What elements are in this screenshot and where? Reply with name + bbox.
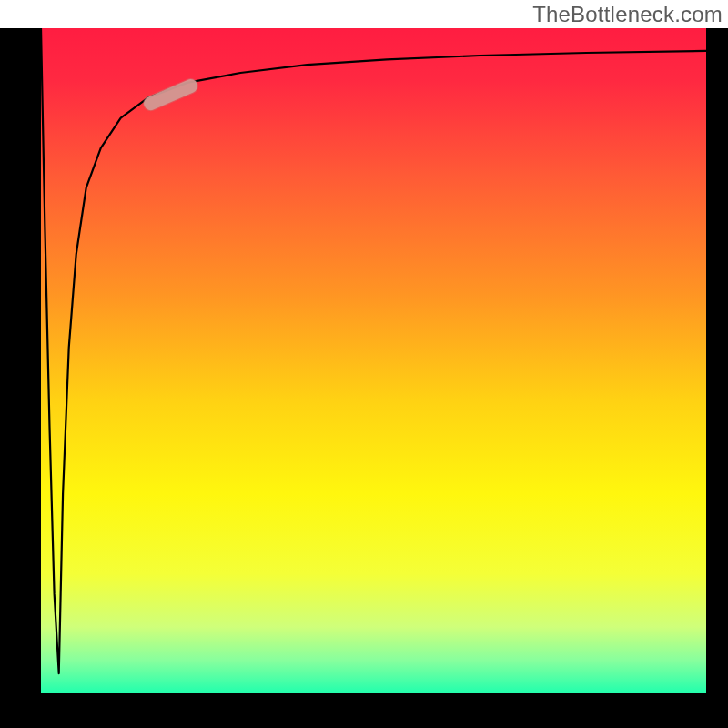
svg-rect-2	[0, 693, 728, 728]
plot-background-gradient	[41, 28, 706, 693]
watermark-text: TheBottleneck.com	[532, 2, 723, 27]
svg-rect-1	[0, 28, 41, 728]
svg-rect-3	[706, 28, 728, 728]
chart-stage: TheBottleneck.com	[0, 0, 728, 728]
bottleneck-chart	[0, 0, 728, 728]
